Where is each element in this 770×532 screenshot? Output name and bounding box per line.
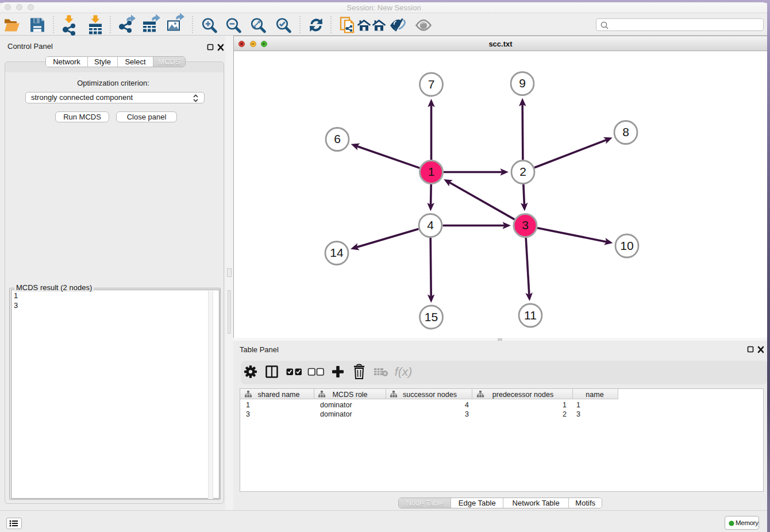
svg-text:MCDS role: MCDS role <box>332 391 367 399</box>
svg-text:predecessor nodes: predecessor nodes <box>492 391 553 399</box>
svg-text:dominator: dominator <box>320 401 352 409</box>
svg-text:1: 1 <box>576 401 580 409</box>
svg-text:successor nodes: successor nodes <box>403 391 457 399</box>
svg-text:11: 11 <box>524 309 537 322</box>
svg-text:shared name: shared name <box>258 391 300 399</box>
svg-text:3: 3 <box>246 410 250 418</box>
svg-text:dominator: dominator <box>320 410 352 418</box>
svg-text:2: 2 <box>519 165 526 178</box>
svg-text:1: 1 <box>246 401 250 409</box>
svg-text:14: 14 <box>330 246 344 259</box>
svg-text:3: 3 <box>465 410 469 418</box>
svg-text:8: 8 <box>622 125 629 138</box>
svg-text:4: 4 <box>465 401 469 409</box>
svg-text:2: 2 <box>563 410 567 418</box>
svg-text:3: 3 <box>576 410 580 418</box>
svg-text:15: 15 <box>425 310 438 323</box>
svg-text:1: 1 <box>428 165 435 178</box>
svg-text:f(x): f(x) <box>395 365 412 378</box>
svg-text:name: name <box>586 391 603 399</box>
svg-text:9: 9 <box>519 76 526 90</box>
svg-text:6: 6 <box>334 132 341 145</box>
svg-text:1: 1 <box>563 401 567 409</box>
svg-text:4: 4 <box>427 218 434 232</box>
svg-text:10: 10 <box>620 239 633 252</box>
svg-text:3: 3 <box>522 218 529 232</box>
svg-text:7: 7 <box>428 78 435 91</box>
